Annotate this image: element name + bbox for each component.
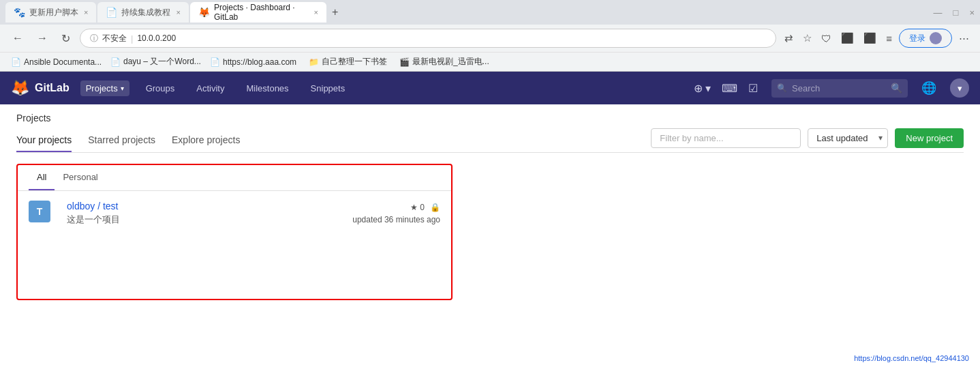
window-controls: — □ × [934,8,975,18]
tab1-close[interactable]: × [84,8,88,16]
back-button[interactable]: ← [8,29,27,47]
project-info: oldboy / test 这是一个项目 [67,201,352,226]
project-name-link[interactable]: oldboy / test [67,201,352,211]
url-display: 10.0.0.200 [137,33,176,43]
explore-projects-label: Explore projects [172,134,240,145]
reload-button[interactable]: ↻ [57,29,74,48]
more-menu-button[interactable]: ⋯ [956,29,972,47]
stars-count: 0 [420,203,425,212]
todo-button[interactable]: ☑ [746,79,761,98]
extension1-button[interactable]: 🛡 [818,30,834,47]
nav-groups[interactable]: Groups [140,81,181,96]
inner-tab-personal-label: Personal [63,172,97,182]
search-wrapper: 🔍 [771,79,908,98]
projects-panel: All Personal T oldboy / test 这是一个项目 [16,164,453,300]
extension3-button[interactable]: ⬛ [861,29,879,47]
tab-your-projects[interactable]: Your projects [16,129,72,152]
main-area: All Personal T oldboy / test 这是一个项目 [0,153,980,311]
browser-tools: ⇄ ☆ 🛡 ⬛ ⬛ ≡ 登录 ⋯ [782,29,972,48]
bookmark-blog-icon: 📄 [210,57,220,67]
bookmark-dayu-icon: 📄 [110,57,121,67]
bookmark-folder-self[interactable]: 📁 自己整理一下书签 [305,55,391,69]
sort-dropdown[interactable]: Last updated [808,128,888,148]
bookmark-dayu[interactable]: 📄 dayu – 又一个Word... [106,55,202,69]
tab1-icon: 🐾 [14,7,25,18]
header-icons: ⊕ ▾ ⌨ ☑ [691,79,761,98]
breadcrumb: Projects [16,113,51,123]
tab2-label: 持续集成教程 [121,7,170,18]
lock-icon: 🔒 [430,203,440,212]
globe-button[interactable]: 🌐 [919,78,939,98]
maximize-button[interactable]: □ [953,8,959,18]
menu-expand-button[interactable]: ≡ [883,30,895,47]
bookmark-tv-icon: 🎬 [399,57,410,67]
nav-snippets-label: Snippets [311,83,346,93]
project-row-left: T oldboy / test 这是一个项目 [29,201,352,226]
bookmark-folder-icon: 📁 [309,57,319,67]
security-icon: ⓘ [90,33,98,44]
inner-tabs: All Personal [18,165,451,191]
plus-button[interactable]: ⊕ ▾ [691,79,714,98]
bookmark-star-button[interactable]: ☆ [800,29,814,47]
page-content: Projects Your projects Starred projects … [0,104,980,365]
user-avatar[interactable]: ▾ [950,78,969,98]
nav-projects-label: Projects [86,83,118,93]
bookmark-tv[interactable]: 🎬 最新电视剧_迅雷电... [395,55,491,69]
minimize-button[interactable]: — [934,8,943,18]
nav-activity-label: Activity [196,83,224,93]
tab-explore-projects[interactable]: Explore projects [172,129,240,152]
new-tab-button[interactable]: + [328,2,342,23]
project-avatar: T [29,201,50,222]
projects-top-bar: Your projects Starred projects Explore p… [0,123,980,152]
bookmark-dayu-label: dayu – 又一个Word... [123,56,201,68]
stars-badge: ★ 0 [410,203,425,212]
nav-snippets[interactable]: Snippets [305,81,351,96]
updated-time: updated 36 minutes ago [352,215,440,224]
tab3-label: Projects · Dashboard · GitLab [214,3,309,22]
project-meta-right: ★ 0 🔒 updated 36 minutes ago [352,203,440,224]
bookmark-blog-label: https://blog.aaa.com [223,57,296,67]
translate-button[interactable]: ⇄ [782,29,796,47]
search-input[interactable] [771,79,908,98]
close-button[interactable]: × [969,8,975,18]
nav-activity[interactable]: Activity [191,81,230,96]
keyboard-shortcut-button[interactable]: ⌨ [719,79,740,98]
forward-button[interactable]: → [33,29,52,47]
globe-icon: 🌐 [921,81,936,95]
table-row: T oldboy / test 这是一个项目 ★ 0 🔒 [18,191,451,235]
tab-cicd[interactable]: 📄 持续集成教程 × [97,2,188,23]
nav-groups-label: Groups [146,83,175,93]
extension2-button[interactable]: ⬛ [838,29,857,47]
project-description: 这是一个项目 [67,214,352,226]
nav-projects[interactable]: Projects ▾ [80,81,129,96]
todo-icon: ☑ [748,83,758,94]
status-bar: https://blog.csdn.net/qq_42944130 [843,351,980,365]
tab1-label: 更新用户脚本 [29,7,78,18]
projects-tabs: Your projects Starred projects Explore p… [16,123,240,152]
inner-tab-all[interactable]: All [29,165,55,190]
browser-login-button[interactable]: 登录 [899,29,952,48]
user-avatar-small [930,32,942,44]
bookmark-tv-label: 最新电视剧_迅雷电... [412,56,489,68]
inner-tab-personal[interactable]: Personal [55,165,106,190]
gitlab-logo[interactable]: 🦊 GitLab [11,79,70,97]
new-project-button[interactable]: New project [895,128,964,148]
tab2-close[interactable]: × [176,8,180,16]
filter-by-name-input[interactable] [651,128,801,148]
tab-starred-projects[interactable]: Starred projects [88,129,155,152]
project-avatar-letter: T [37,206,43,217]
bookmark-ansible[interactable]: 📄 Ansible Documenta... [7,56,102,68]
tab3-icon: 🦊 [198,7,210,18]
tab-gitlab[interactable]: 🦊 Projects · Dashboard · GitLab × [190,2,326,23]
bookmark-ansible-icon: 📄 [11,57,21,67]
tab-update-script[interactable]: 🐾 更新用户脚本 × [5,2,96,23]
tab3-close[interactable]: × [313,8,318,16]
nav-milestones[interactable]: Milestones [241,81,294,96]
address-input[interactable]: ⓘ 不安全 | 10.0.0.200 [80,29,776,48]
gitlab-fox-icon: 🦊 [11,79,29,97]
bookmark-blog[interactable]: 📄 https://blog.aaa.com [206,56,301,68]
starred-projects-label: Starred projects [88,134,155,145]
inner-tab-all-label: All [37,172,46,182]
bookmark-folder-label: 自己整理一下书签 [322,56,387,68]
breadcrumb-area: Projects [0,104,980,123]
